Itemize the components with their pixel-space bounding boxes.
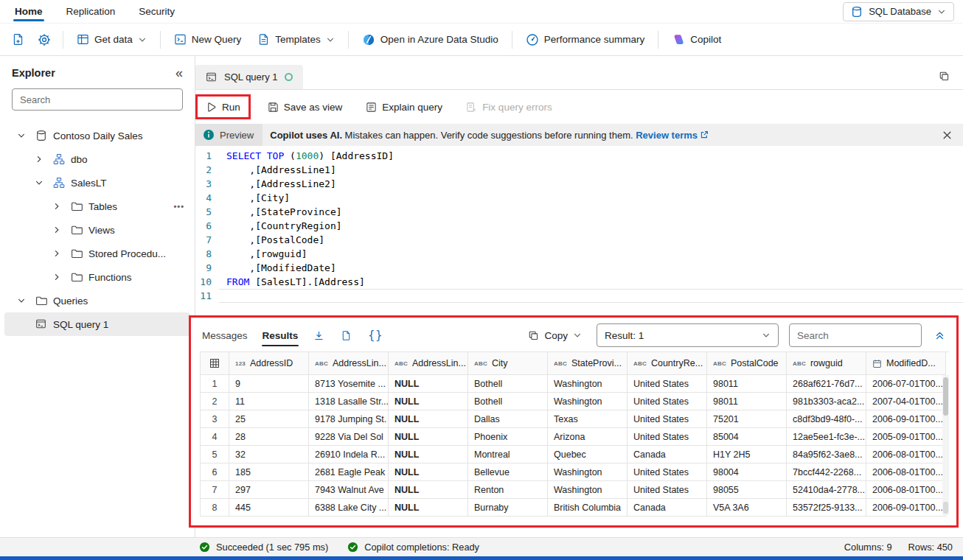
- tree-item-tables[interactable]: Tables•••: [4, 195, 190, 218]
- column-header-rowguid[interactable]: ABCrowguid: [787, 352, 866, 375]
- result-cell[interactable]: Canada: [627, 499, 707, 517]
- result-cell[interactable]: NULL: [389, 446, 468, 463]
- result-cell[interactable]: 2007-04-01T00...: [866, 393, 946, 410]
- result-row-3[interactable]: 3259178 Jumping St.NULLDallasTexasUnited…: [200, 410, 949, 428]
- column-header-modifiedd[interactable]: ModifiedD...: [866, 352, 946, 375]
- column-header-city[interactable]: ABCCity: [468, 352, 548, 375]
- result-cell[interactable]: 98055: [707, 481, 787, 499]
- explain-query-button[interactable]: Explain query: [359, 99, 449, 116]
- result-row-6[interactable]: 61852681 Eagle PeakNULLBellevueWashingto…: [200, 463, 949, 481]
- result-cell[interactable]: Phoenix: [468, 428, 548, 446]
- result-cell[interactable]: H1Y 2H5: [707, 446, 787, 463]
- tree-item-functions[interactable]: Functions: [4, 265, 190, 289]
- row-number[interactable]: 5: [200, 446, 229, 463]
- code-line-5[interactable]: ,[StateProvince]: [219, 205, 963, 219]
- row-number[interactable]: 1: [200, 375, 229, 393]
- export-file-button[interactable]: [338, 327, 355, 344]
- result-cell[interactable]: Montreal: [468, 446, 548, 463]
- column-header-countryre[interactable]: ABCCountryRe...: [627, 352, 707, 375]
- result-cell[interactable]: 32: [229, 446, 309, 463]
- chevron-down-icon[interactable]: [13, 296, 29, 305]
- settings-button[interactable]: [32, 29, 57, 51]
- column-header-addresslin[interactable]: ABCAddressLin...: [309, 352, 389, 375]
- result-row-4[interactable]: 4289228 Via Del SolNULLPhoenixArizonaUni…: [200, 428, 949, 446]
- query-tab-sql-query-1[interactable]: SQL query 1: [195, 65, 303, 89]
- result-cell[interactable]: NULL: [389, 375, 468, 393]
- result-cell[interactable]: 98004: [707, 463, 787, 481]
- row-number[interactable]: 6: [200, 463, 229, 481]
- tree-item-contoso-daily-sales[interactable]: Contoso Daily Sales: [4, 124, 190, 147]
- code-line-6[interactable]: ,[CountryRegion]: [219, 219, 963, 233]
- result-cell[interactable]: British Columbia: [548, 499, 627, 517]
- code-area[interactable]: SELECT TOP (1000) [AddressID] ,[AddressL…: [219, 149, 963, 315]
- open-in-azure-data-studio-button[interactable]: Open in Azure Data Studio: [355, 29, 506, 51]
- result-cell[interactable]: 53572f25-9133...: [787, 499, 866, 517]
- result-cell[interactable]: 52410da4-2778...: [787, 481, 866, 499]
- chevron-down-icon[interactable]: [13, 131, 29, 140]
- result-cell[interactable]: 9228 Via Del Sol: [309, 428, 389, 446]
- code-line-7[interactable]: ,[PostalCode]: [219, 233, 963, 247]
- get-data-button[interactable]: Get data: [69, 29, 154, 50]
- select-all-cell[interactable]: [200, 352, 229, 375]
- tree-item-sql-query-1[interactable]: SQL query 1: [4, 312, 190, 336]
- result-cell[interactable]: Canada: [627, 446, 707, 463]
- row-number[interactable]: 7: [200, 481, 229, 499]
- result-cell[interactable]: 11: [229, 393, 309, 410]
- result-cell[interactable]: 1318 Lasalle Str...: [309, 393, 389, 410]
- result-cell[interactable]: 9178 Jumping St.: [309, 410, 389, 428]
- result-cell[interactable]: 75201: [707, 410, 787, 428]
- result-cell[interactable]: Renton: [468, 481, 548, 499]
- result-cell[interactable]: 2006-07-01T00...: [866, 375, 946, 393]
- result-cell[interactable]: Burnaby: [468, 499, 548, 517]
- chevron-right-icon[interactable]: [31, 155, 47, 164]
- tree-item-dbo[interactable]: dbo: [4, 147, 190, 171]
- row-number[interactable]: 8: [200, 499, 229, 517]
- tab-messages[interactable]: Messages: [200, 319, 250, 351]
- results-search-input[interactable]: [789, 323, 922, 347]
- json-view-button[interactable]: {}: [365, 326, 386, 345]
- templates-button[interactable]: Templates: [250, 29, 342, 50]
- code-line-4[interactable]: ,[City]: [219, 191, 963, 205]
- row-number[interactable]: 4: [200, 428, 229, 446]
- result-cell[interactable]: NULL: [389, 499, 468, 517]
- result-cell[interactable]: Bellevue: [468, 463, 548, 481]
- save-as-view-button[interactable]: Save as view: [261, 99, 350, 116]
- review-terms-link[interactable]: Review terms: [636, 130, 709, 141]
- result-cell[interactable]: V5A 3A6: [707, 499, 787, 517]
- result-cell[interactable]: 85004: [707, 428, 787, 446]
- result-cell[interactable]: 2006-09-01T00...: [866, 410, 946, 428]
- result-cell[interactable]: Arizona: [548, 428, 627, 446]
- result-cell[interactable]: 297: [229, 481, 309, 499]
- more-options-icon[interactable]: •••: [173, 202, 184, 211]
- new-item-button[interactable]: [6, 29, 30, 50]
- result-row-1[interactable]: 198713 Yosemite ...NULLBothellWashington…: [200, 375, 949, 393]
- column-header-addresslin[interactable]: ABCAddressLin...: [389, 352, 468, 375]
- result-cell[interactable]: United States: [627, 428, 707, 446]
- code-line-8[interactable]: ,[rowguid]: [219, 247, 963, 261]
- result-cell[interactable]: 445: [229, 499, 309, 517]
- result-cell[interactable]: 2681 Eagle Peak: [309, 463, 389, 481]
- result-cell[interactable]: Washington: [548, 393, 627, 410]
- result-cell[interactable]: 2006-09-01T00...: [866, 499, 946, 517]
- result-cell[interactable]: United States: [627, 481, 707, 499]
- result-cell[interactable]: 98011: [707, 375, 787, 393]
- result-cell[interactable]: 981b3303-aca2...: [787, 393, 866, 410]
- chevron-right-icon[interactable]: [49, 249, 65, 258]
- result-cell[interactable]: 25: [229, 410, 309, 428]
- result-cell[interactable]: 98011: [707, 393, 787, 410]
- close-banner-button[interactable]: [940, 128, 954, 142]
- result-cell[interactable]: 8713 Yosemite ...: [309, 375, 389, 393]
- tab-security[interactable]: Security: [137, 0, 176, 23]
- tab-replication[interactable]: Replication: [65, 0, 117, 23]
- result-cell[interactable]: 9: [229, 375, 309, 393]
- result-cell[interactable]: Washington: [548, 481, 627, 499]
- column-header-addressid[interactable]: 123AddressID: [229, 352, 309, 375]
- column-header-postalcode[interactable]: ABCPostalCode: [707, 352, 787, 375]
- result-cell[interactable]: United States: [627, 410, 707, 428]
- row-number[interactable]: 3: [200, 410, 229, 428]
- code-line-9[interactable]: ,[ModifiedDate]: [219, 261, 963, 275]
- result-cell[interactable]: NULL: [389, 428, 468, 446]
- copilot-button[interactable]: Copilot: [664, 29, 729, 51]
- result-selector-dropdown[interactable]: Result: 1: [597, 323, 779, 347]
- explorer-search-input[interactable]: [12, 88, 183, 111]
